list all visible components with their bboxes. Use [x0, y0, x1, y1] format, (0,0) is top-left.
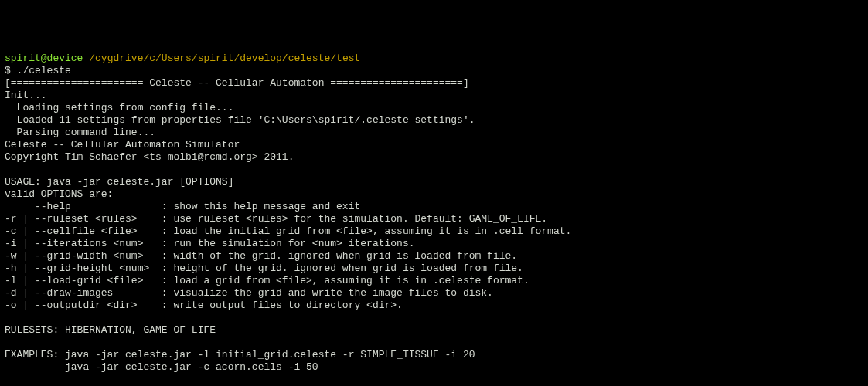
- output-line: -c | --cellfile <file> : load the initia…: [5, 225, 571, 237]
- output-line: Parsing command line...: [5, 127, 155, 138]
- output-line: -o | --outputdir <dir> : write output fi…: [5, 300, 403, 311]
- output-line: RULESETS: HIBERNATION, GAME_OF_LIFE: [5, 324, 216, 336]
- output-line: USAGE: java -jar celeste.jar [OPTIONS]: [5, 176, 233, 188]
- output-line: Init...: [5, 90, 47, 101]
- output-line: Copyright Tim Schaefer <ts_molbi@rcmd.or…: [5, 151, 294, 163]
- output-line: Loading settings from config file...: [5, 102, 233, 113]
- output-line: java -jar celeste.jar -c acorn.cells -i …: [5, 361, 318, 373]
- prompt-path: /cygdrive/c/Users/spirit/develop/celeste…: [83, 52, 360, 64]
- output-line: -h | --grid-height <num> : height of the…: [5, 262, 523, 274]
- output-line: [====================== Celeste -- Cellu…: [5, 77, 469, 89]
- output-line: --help : show this help message and exit: [5, 201, 360, 212]
- output-line: EXAMPLES: java -jar celeste.jar -l initi…: [5, 349, 475, 361]
- output-line: valid OPTIONS are:: [5, 188, 113, 200]
- command-line: $ ./celeste: [5, 65, 71, 76]
- output-line: -i | --iterations <num> : run the simula…: [5, 238, 415, 249]
- output-line: -l | --load-grid <file> : load a grid fr…: [5, 275, 529, 286]
- terminal-output[interactable]: spirit@device /cygdrive/c/Users/spirit/d…: [5, 52, 863, 386]
- output-line: Loaded 11 settings from properties file …: [5, 114, 475, 126]
- output-line: -d | --draw-images : visualize the grid …: [5, 287, 493, 299]
- output-line: -w | --grid-width <num> : width of the g…: [5, 250, 517, 262]
- output-line: -r | --ruleset <rules> : use ruleset <ru…: [5, 213, 547, 225]
- prompt-user-host: spirit@device: [5, 52, 83, 64]
- output-line: Celeste -- Cellular Automaton Simulator: [5, 139, 240, 151]
